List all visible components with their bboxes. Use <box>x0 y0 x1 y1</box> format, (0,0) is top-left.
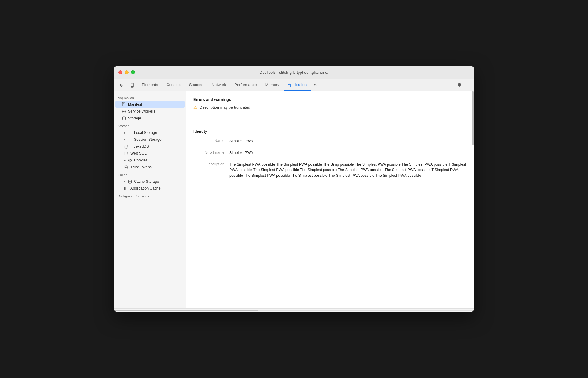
errors-title: Errors and warnings <box>193 97 467 102</box>
sidebar-item-indexeddb[interactable]: IndexedDB <box>115 143 185 150</box>
settings-icon[interactable] <box>455 79 464 91</box>
sidebar-section-background: Background Services <box>114 192 186 199</box>
identity-row-short-name: Short name Simplest PWA <box>193 150 467 156</box>
scrollbar-thumb[interactable] <box>472 91 474 145</box>
sidebar-item-cookies[interactable]: ▶ Cookies <box>115 157 185 164</box>
devtools-tabbar: Elements Console Sources Network Perform… <box>114 79 474 91</box>
storage-label: Storage <box>128 116 141 120</box>
identity-value-name: Simplest PWA <box>229 138 467 144</box>
cache-storage-label: Cache Storage <box>134 179 159 184</box>
service-workers-label: Service Workers <box>128 109 155 113</box>
svg-rect-11 <box>128 131 132 134</box>
local-storage-arrow: ▶ <box>124 131 126 134</box>
main-panel: Errors and warnings ⚠ Description may be… <box>186 91 474 308</box>
more-tabs-button[interactable]: » <box>311 79 320 91</box>
svg-point-10 <box>122 117 125 118</box>
sidebar-item-service-workers[interactable]: Service Workers <box>115 108 185 115</box>
local-storage-label: Local Storage <box>134 130 157 135</box>
identity-label-short-name: Short name <box>193 150 229 154</box>
tab-elements[interactable]: Elements <box>138 79 162 91</box>
panel-content: Errors and warnings ⚠ Description may be… <box>186 91 474 195</box>
cookies-label: Cookies <box>134 158 147 162</box>
errors-section: Errors and warnings ⚠ Description may be… <box>193 97 467 114</box>
svg-point-9 <box>123 111 124 112</box>
svg-point-27 <box>128 180 131 181</box>
svg-rect-15 <box>128 138 132 141</box>
warning-row: ⚠ Description may be truncated. <box>193 105 467 110</box>
cache-storage-arrow: ▶ <box>124 180 126 183</box>
identity-value-description: The Simplest PWA possible The Simplest P… <box>229 162 467 178</box>
svg-point-22 <box>129 160 130 160</box>
cache-storage-icon <box>127 180 132 184</box>
storage-icon <box>121 116 126 120</box>
indexeddb-label: IndexedDB <box>130 144 149 148</box>
trust-tokens-icon <box>124 165 129 169</box>
sidebar-item-local-storage[interactable]: ▶ Local Storage <box>115 129 185 136</box>
svg-point-20 <box>125 152 128 153</box>
horizontal-scrollbar[interactable] <box>114 308 474 312</box>
svg-point-23 <box>130 159 131 160</box>
sidebar-item-cache-storage[interactable]: ▶ Cache Storage <box>115 178 185 185</box>
svg-point-25 <box>129 160 129 161</box>
maximize-button[interactable] <box>131 70 135 74</box>
svg-point-26 <box>125 166 128 167</box>
tab-performance[interactable]: Performance <box>230 79 261 91</box>
manifest-label: Manifest <box>128 102 142 106</box>
web-sql-label: Web SQL <box>130 151 147 155</box>
more-options-icon[interactable]: ⋮ <box>464 79 474 91</box>
mobile-icon[interactable] <box>127 79 138 91</box>
svg-rect-28 <box>124 187 128 190</box>
svg-point-24 <box>130 160 130 161</box>
warning-text: Description may be truncated. <box>200 105 251 110</box>
identity-section: Identity Name Simplest PWA Short name Si… <box>193 124 467 189</box>
horizontal-scrollbar-track <box>115 310 473 311</box>
sidebar-item-storage[interactable]: Storage <box>115 115 185 122</box>
traffic-lights <box>118 70 135 74</box>
sidebar-item-trust-tokens[interactable]: Trust Tokens <box>115 164 185 170</box>
svg-point-3 <box>132 87 132 87</box>
session-storage-label: Session Storage <box>134 137 162 142</box>
manifest-icon <box>121 102 126 106</box>
warning-icon: ⚠ <box>193 105 197 110</box>
vertical-scrollbar[interactable] <box>471 91 474 308</box>
identity-value-short-name: Simplest PWA <box>229 150 467 156</box>
sidebar-section-cache: Cache <box>114 171 186 178</box>
identity-label-name: Name <box>193 138 229 143</box>
sidebar-section-storage: Storage <box>114 122 186 129</box>
sidebar-item-manifest[interactable]: Manifest <box>115 101 185 108</box>
tab-application[interactable]: Application <box>284 79 311 91</box>
identity-row-description: Description The Simplest PWA possible Th… <box>193 162 467 178</box>
tab-sources[interactable]: Sources <box>185 79 208 91</box>
session-storage-arrow: ▶ <box>124 138 126 141</box>
trust-tokens-label: Trust Tokens <box>130 165 152 169</box>
tab-memory[interactable]: Memory <box>261 79 284 91</box>
indexeddb-icon <box>124 145 129 148</box>
cookies-icon <box>127 158 132 162</box>
sidebar-item-web-sql[interactable]: Web SQL <box>115 150 185 157</box>
svg-point-19 <box>125 145 128 146</box>
local-storage-icon <box>127 131 132 134</box>
cookies-arrow: ▶ <box>124 159 126 162</box>
cursor-icon[interactable] <box>116 79 127 91</box>
svg-point-21 <box>128 159 131 162</box>
identity-title: Identity <box>193 129 467 134</box>
close-button[interactable] <box>118 70 122 74</box>
sidebar: Application Manifest <box>114 91 186 308</box>
minimize-button[interactable] <box>125 70 129 74</box>
divider-1 <box>193 119 467 119</box>
sidebar-section-application: Application <box>114 94 186 101</box>
session-storage-icon <box>127 138 132 141</box>
devtools-body: Application Manifest <box>114 91 474 308</box>
title-bar: DevTools - stitch-glib-typhoon.glitch.me… <box>114 66 474 79</box>
tab-network[interactable]: Network <box>208 79 230 91</box>
application-cache-label: Application Cache <box>130 186 161 190</box>
toolbar-separator <box>453 82 453 88</box>
identity-label-description: Description <box>193 162 229 166</box>
sidebar-item-application-cache[interactable]: Application Cache <box>115 185 185 192</box>
tab-console[interactable]: Console <box>162 79 185 91</box>
window-title: DevTools - stitch-glib-typhoon.glitch.me… <box>260 70 328 75</box>
web-sql-icon <box>124 152 129 155</box>
sidebar-item-session-storage[interactable]: ▶ Session Storage <box>115 136 185 143</box>
identity-row-name: Name Simplest PWA <box>193 138 467 144</box>
horizontal-scrollbar-thumb[interactable] <box>115 310 258 311</box>
